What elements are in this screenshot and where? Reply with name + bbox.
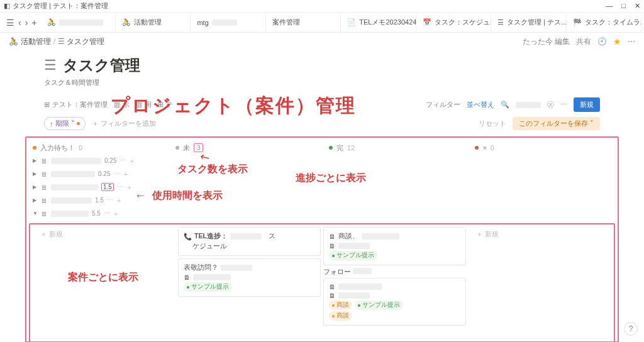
filter-bar: ↑ 期限 ˅ ＋ フィルターを追加 リセット このフィルターを保存 ˅	[44, 117, 600, 130]
star-icon[interactable]: ★	[613, 36, 621, 47]
tab-1[interactable]: 🚴活動管理	[117, 13, 191, 32]
nav-controls: ☰ ‹ › +	[3, 18, 41, 28]
back-icon[interactable]: ‹	[18, 18, 21, 28]
annotation-by-project: 案件ごとに表示	[68, 271, 138, 284]
tab-2[interactable]: mtg	[192, 13, 265, 32]
breadcrumb-icon: 🚴	[9, 37, 18, 46]
tab-bar: ☰ ‹ › + 🚴 🚴活動管理 mtg 案件管理 📄TELメモ20230424-…	[0, 13, 644, 33]
tab-0[interactable]: 🚴	[42, 13, 116, 32]
task-card[interactable]: 📞TEL進捗： ス ケジュール	[178, 227, 321, 256]
task-card[interactable]: 🗎商談、 🗎 サンプル提示	[323, 227, 466, 265]
task-card[interactable]: 🗎 🗎 商談 サンプル提示 商談	[323, 278, 466, 326]
new-button[interactable]: 新規	[574, 97, 600, 112]
menu-icon[interactable]: ☰	[6, 18, 14, 28]
breadcrumb: 🚴 活動管理 / ☰ タスク管理 たった今 編集 共有 🕘 ★ ⋯	[0, 33, 644, 50]
minimize-icon[interactable]: —	[606, 2, 613, 10]
breadcrumb-current[interactable]: タスク管理	[67, 36, 104, 47]
window-titlebar: ◧ タスク管理 | テスト：案件管理 — □ ✕	[0, 0, 644, 13]
new-tab-icon[interactable]: +	[31, 18, 36, 28]
page-subtitle: タスク＆時間管理	[44, 78, 600, 87]
save-filter-button[interactable]: このフィルターを保存 ˅	[513, 117, 600, 130]
tab-4[interactable]: 📄TELメモ20230424-	[342, 13, 416, 32]
close-icon[interactable]: ✕	[635, 2, 640, 10]
list-item[interactable]: ▶🗎0.25⋯+	[33, 154, 319, 167]
view-tab-1[interactable]: ⊞テスト：案件管理	[44, 100, 108, 109]
column-head-1[interactable]: 未3	[175, 141, 318, 154]
column-head-0[interactable]: 入力待ち！0	[33, 141, 175, 154]
maximize-icon[interactable]: □	[621, 2, 626, 10]
sort-button[interactable]: 並べ替え	[467, 100, 494, 109]
list-item[interactable]: ▼🗎5.5⋯+	[33, 207, 319, 220]
arrow-icon: ←	[135, 189, 146, 202]
reset-button[interactable]: リセット	[479, 119, 506, 128]
filter-chip-due[interactable]: ↑ 期限 ˅	[44, 117, 86, 130]
breadcrumb-parent[interactable]: 活動管理	[21, 36, 51, 47]
new-item[interactable]: ＋ 新規	[33, 227, 175, 241]
help-button[interactable]: ?	[624, 322, 638, 336]
blurred-text	[59, 19, 103, 26]
tab-7[interactable]: 🏁タスク：タイムラ...	[568, 13, 641, 32]
list-item[interactable]: ▶🗎0.25⋯+	[33, 167, 319, 180]
tab-6[interactable]: ☰タスク管理 | テス...	[492, 13, 566, 32]
clear-icon[interactable]: ⓧ	[547, 100, 554, 109]
doc-icon: 🗎	[41, 157, 48, 165]
search-icon[interactable]: 🔍	[501, 101, 509, 109]
tag-sample: サンプル提示	[184, 282, 232, 292]
window-title: タスク管理 | テスト：案件管理	[13, 1, 108, 11]
forward-icon[interactable]: ›	[25, 18, 28, 28]
more-views-icon[interactable]: ⋯	[560, 101, 567, 109]
annotation-by-progress: 進捗ごとに表示	[296, 172, 366, 185]
app-icon: ◧	[4, 2, 10, 10]
doc-icon: 🗎	[184, 273, 191, 281]
kanban-board: 入力待ち！0 未3 ▶🗎0.25⋯+ ▶🗎0.25⋯+ ▶🗎1.5⋯+ ▶🗎1.…	[25, 136, 619, 342]
phone-icon: 📞	[184, 233, 192, 241]
table-icon: ⊞	[44, 101, 50, 109]
edited-time: たった今 編集	[523, 36, 570, 47]
more-icon[interactable]: ⋯	[628, 37, 635, 46]
new-item[interactable]: ＋ 新規	[469, 227, 611, 241]
tab-5[interactable]: 📅タスク：スケジュ...	[418, 13, 491, 32]
clock-icon[interactable]: 🕘	[597, 37, 607, 46]
task-card[interactable]: 表敬訪問？ 🗎 サンプル提示	[178, 258, 321, 297]
list-icon: ☰	[44, 57, 57, 74]
annotation-main-title: プロジェクト（案件）管理	[111, 93, 356, 119]
add-filter[interactable]: ＋ フィルターを追加	[92, 119, 156, 128]
annotation-time-used: 使用時間を表示	[152, 189, 223, 202]
filter-button[interactable]: フィルター	[426, 100, 460, 109]
page-title: タスク管理	[63, 55, 140, 75]
doc-icon: 🗎	[329, 233, 336, 240]
tab-3[interactable]: 案件管理	[267, 13, 341, 32]
column-head-2[interactable]: 完12	[329, 141, 465, 154]
share-button[interactable]: 共有	[576, 36, 591, 47]
column-head-3[interactable]: ×0	[475, 141, 611, 154]
annotation-task-count: タスク数を表示	[177, 163, 248, 176]
